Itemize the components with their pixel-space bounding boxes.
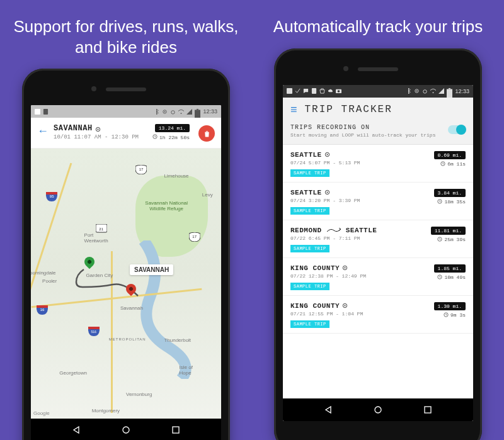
- svg-point-17: [338, 90, 340, 93]
- trip-detail-header: ← SAVANNAH 10/01 11:07 AM - 12:30 PM 13.…: [31, 118, 221, 149]
- map-attribution: Google: [33, 410, 50, 416]
- nav-home-icon[interactable]: [122, 426, 130, 434]
- nav-back-icon[interactable]: [72, 426, 81, 434]
- end-pin[interactable]: [126, 284, 139, 302]
- sim-icon: [311, 88, 317, 94]
- duration-label: 10m 49s: [437, 274, 466, 281]
- distance-pill: 0.69 mi.: [434, 151, 466, 159]
- recording-subtitle: Start moving and LOOP will auto-track yo…: [290, 132, 466, 138]
- duration-label: 18m 35s: [437, 199, 466, 205]
- sample-trip-tag: SAMPLE TRIP: [290, 320, 329, 328]
- recording-toggle[interactable]: [448, 125, 466, 134]
- headline-right: Automatically track your trips: [262, 16, 494, 37]
- clock-icon: [152, 134, 158, 140]
- distance-pill: 13.24 mi.: [155, 124, 190, 132]
- alarm-icon: [422, 88, 428, 94]
- app-badge-icon: [287, 88, 292, 94]
- trash-icon: [203, 130, 211, 138]
- signal-icon: [186, 109, 192, 115]
- distance-pill: 1.85 mi.: [434, 264, 466, 273]
- town-montgomery: Montgomery: [92, 408, 120, 414]
- nav-back-icon[interactable]: [324, 405, 333, 414]
- android-status-bar: 12:33: [283, 85, 473, 98]
- clock-icon: [437, 199, 442, 205]
- map-view[interactable]: Savannah National Wildlife Refuge 95 17 …: [31, 149, 221, 419]
- duration-label: 6m 11s: [440, 161, 466, 167]
- recording-title: TRIPS RECORDING ON: [290, 124, 466, 131]
- trip-detail-timerange: 10/01 11:07 AM - 12:30 PM: [54, 134, 147, 140]
- android-nav-bar: [283, 398, 473, 421]
- duration-label: 1h 22m 50s: [152, 134, 190, 140]
- hwy-shield-us17b: 17: [189, 232, 200, 242]
- nav-home-icon[interactable]: [374, 405, 382, 414]
- app-title: TRIP TRACKER: [305, 104, 392, 115]
- map-callout[interactable]: SAVANNAH: [130, 264, 173, 275]
- svg-rect-38: [425, 407, 431, 413]
- svg-rect-1: [43, 109, 48, 115]
- svg-rect-0: [35, 109, 40, 115]
- town-metropolitan: METROPOLITAN: [109, 337, 146, 341]
- app-badge-icon: [35, 109, 40, 115]
- svg-point-37: [375, 407, 381, 413]
- svg-rect-6: [195, 110, 200, 118]
- svg-rect-13: [173, 427, 179, 433]
- alarm-icon: [170, 109, 176, 115]
- distance-pill: 3.84 mi.: [434, 189, 466, 197]
- nav-recent-icon[interactable]: [171, 426, 180, 434]
- android-status-bar: 12:33: [31, 105, 221, 118]
- location-icon: [162, 109, 168, 115]
- town-georgetown: Georgetown: [59, 370, 87, 376]
- trip-detail-city: SAVANNAH: [54, 124, 147, 133]
- town-bloomingdale: Bloomingdale: [31, 270, 55, 276]
- hwy-shield-us17a: 17: [135, 165, 147, 174]
- store-icon: [319, 88, 325, 94]
- trip-item[interactable]: SEATTLE07/24 3:20 PM - 3:39 PMSAMPLE TRI…: [283, 183, 473, 220]
- town-limehouse: Limehouse: [164, 173, 188, 179]
- trip-item[interactable]: REDMONDSEATTLE07/22 6:45 PM - 7:11 PMSAM…: [283, 220, 473, 258]
- town-thunderbolt: Thunderbolt: [164, 337, 191, 343]
- wifi-icon: [430, 88, 436, 94]
- distance-pill: 11.81 mi.: [431, 227, 466, 235]
- back-button[interactable]: ←: [37, 124, 49, 137]
- battery-icon: [195, 109, 200, 115]
- nav-recent-icon[interactable]: [423, 405, 432, 414]
- chat-icon: [303, 88, 309, 94]
- camera-icon: [336, 88, 341, 94]
- park-label: Savannah National Wildlife Refuge: [141, 200, 192, 212]
- sample-trip-tag: SAMPLE TRIP: [290, 207, 329, 215]
- svg-point-20: [423, 90, 427, 93]
- hwy-shield-i16: 16: [37, 305, 48, 315]
- signal-icon: [438, 88, 444, 94]
- trip-item[interactable]: KING COUNTY07/22 12:38 PM - 12:49 PMSAMP…: [283, 258, 473, 296]
- bluetooth-icon: [154, 109, 159, 115]
- svg-rect-15: [312, 88, 316, 94]
- menu-button[interactable]: ≡: [290, 104, 297, 115]
- svg-point-9: [97, 128, 98, 130]
- svg-point-32: [345, 268, 346, 269]
- clock-icon: [437, 274, 442, 281]
- wifi-icon: [178, 109, 184, 115]
- start-pin[interactable]: [84, 257, 97, 274]
- phone-frame-left: 12:33 ← SAVANNAH 10/01 11:07 AM - 12:30 …: [22, 69, 230, 440]
- svg-point-4: [171, 110, 175, 113]
- svg-rect-14: [287, 88, 292, 94]
- trip-item[interactable]: KING COUNTY07/21 12:55 PM - 1:04 PMSAMPL…: [283, 296, 473, 334]
- sample-trip-tag: SAMPLE TRIP: [290, 283, 329, 290]
- trip-list[interactable]: SEATTLE07/24 5:07 PM - 5:13 PMSAMPLE TRI…: [283, 145, 473, 398]
- svg-point-12: [123, 427, 129, 433]
- town-pooler: Pooler: [42, 278, 57, 284]
- duration-label: 9m 3s: [444, 312, 466, 319]
- route-arrow-icon: [326, 228, 341, 233]
- bluetooth-icon: [406, 88, 411, 94]
- river-shape: [137, 240, 213, 379]
- sample-trip-tag: SAMPLE TRIP: [290, 169, 329, 177]
- delete-button[interactable]: [198, 125, 215, 142]
- duration-label: 25m 39s: [437, 237, 466, 243]
- crosshair-icon: [324, 189, 330, 195]
- recording-status-row: TRIPS RECORDING ON Start moving and LOOP…: [283, 121, 473, 145]
- clock-icon: [444, 312, 449, 319]
- svg-point-25: [326, 154, 328, 155]
- svg-point-3: [164, 111, 166, 112]
- trip-item[interactable]: SEATTLE07/24 5:07 PM - 5:13 PMSAMPLE TRI…: [283, 145, 473, 183]
- check-icon: [295, 88, 301, 94]
